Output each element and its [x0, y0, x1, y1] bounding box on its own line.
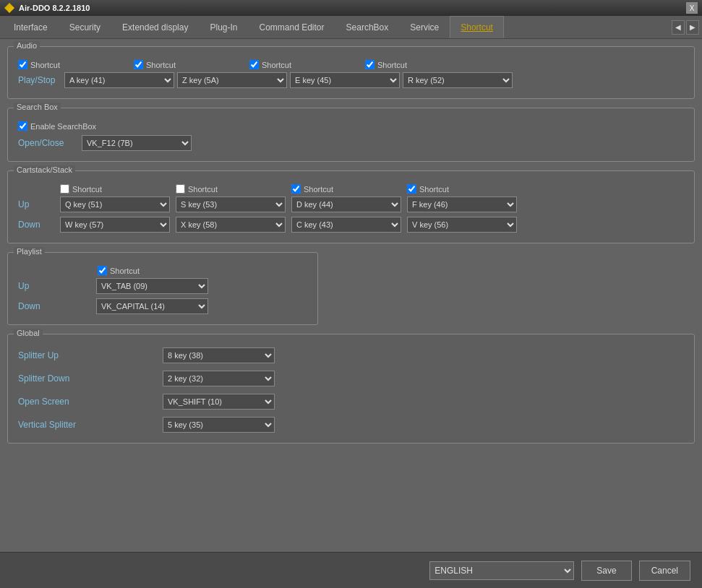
tab-service[interactable]: Service — [399, 16, 450, 38]
cartstack-down-sel-3[interactable]: C key (43) — [291, 217, 401, 233]
playlist-up-label: Up — [18, 281, 90, 291]
searchbox-section-title: Search Box — [14, 103, 61, 111]
bottom-bar: ENGLISH Save Cancel — [0, 552, 702, 588]
vertical-splitter-select[interactable]: 5 key (35) — [163, 417, 275, 433]
splitter-up-select[interactable]: 8 key (38) — [163, 347, 275, 363]
open-close-row: Open/Close VK_F12 (7B) — [18, 131, 684, 151]
tab-nav-next[interactable]: ▶ — [686, 20, 699, 35]
tab-nav: ◀ ▶ — [672, 16, 699, 38]
audio-shortcut-headers: Shortcut Shortcut Shortcut — [18, 60, 684, 69]
tab-security[interactable]: Security — [59, 16, 111, 38]
cartstack-down-row: Down W key (57) X key (58) C key (43) V … — [18, 217, 684, 233]
global-section: Global Splitter Up 8 key (38) Splitter D… — [7, 334, 695, 444]
cartstack-up-sel-2[interactable]: S key (53) — [176, 196, 286, 212]
cartstack-up-sel-4[interactable]: F key (46) — [407, 196, 517, 212]
cartstack-hdr-3: Shortcut — [291, 184, 401, 194]
audio-group-4: Shortcut — [365, 60, 475, 69]
play-stop-row: Play/Stop A key (41) Z key (5A) E key — [18, 72, 684, 88]
playlist-shortcut-checkbox[interactable] — [98, 266, 107, 275]
audio-shortcut-4-label[interactable]: Shortcut — [365, 60, 475, 69]
audio-group-1: Shortcut — [18, 60, 128, 69]
playlist-down-row: Down VK_CAPITAL (14) — [18, 298, 307, 314]
audio-shortcut-2-label[interactable]: Shortcut — [134, 60, 244, 69]
tab-extended-display[interactable]: Extended display — [111, 16, 199, 38]
cartstack-headers: Shortcut Shortcut Shortcut — [18, 184, 684, 194]
app-icon — [4, 3, 14, 13]
audio-group-3: Shortcut — [249, 60, 359, 69]
cartstack-up-sel-3[interactable]: D key (44) — [291, 196, 401, 212]
audio-section-title: Audio — [14, 41, 40, 50]
title-text: Air-DDO 8.2.2.1810 — [19, 4, 90, 12]
searchbox-section: Search Box Enable SearchBox Open/Close V… — [7, 108, 695, 162]
audio-shortcut-2-checkbox[interactable] — [134, 60, 143, 69]
audio-shortcut-3-label[interactable]: Shortcut — [249, 60, 359, 69]
title-bar: Air-DDO 8.2.2.1810 X — [0, 0, 702, 16]
playlist-header: Shortcut — [18, 266, 307, 275]
audio-shortcut-4-checkbox[interactable] — [365, 60, 374, 69]
cartstack-content: Shortcut Shortcut Shortcut — [18, 184, 684, 233]
playlist-down-select[interactable]: VK_CAPITAL (14) — [96, 298, 208, 314]
audio-group-2: Shortcut — [134, 60, 244, 69]
audio-dropdown-1: A key (41) — [64, 72, 174, 88]
play-stop-label: Play/Stop — [18, 75, 61, 85]
playlist-section-title: Playlist — [14, 247, 45, 256]
cartstack-cb-4[interactable] — [407, 184, 416, 194]
splitter-up-label: Splitter Up — [18, 350, 163, 360]
cartstack-hdr-4: Shortcut — [407, 184, 517, 194]
tab-command-editor[interactable]: Command Editor — [249, 16, 335, 38]
cartstack-section-title: Cartstack/Stack — [14, 165, 75, 174]
audio-shortcut-1-label[interactable]: Shortcut — [18, 60, 128, 69]
open-screen-select[interactable]: VK_SHIFT (10) — [163, 394, 275, 410]
enable-searchbox-checkbox[interactable] — [18, 121, 27, 131]
audio-shortcut-1-checkbox[interactable] — [18, 60, 27, 69]
cartstack-hdr-1: Shortcut — [60, 184, 170, 194]
main-container: Interface Security Extended display Plug… — [0, 16, 702, 588]
audio-dropdown-3: E key (45) — [290, 72, 400, 88]
playlist-down-label: Down — [18, 301, 90, 311]
cancel-button[interactable]: Cancel — [639, 561, 690, 581]
cartstack-down-sel-2[interactable]: X key (58) — [176, 217, 286, 233]
audio-dropdown-4: R key (52) — [403, 72, 513, 88]
tab-searchbox[interactable]: SearchBox — [335, 16, 400, 38]
playlist-up-select[interactable]: VK_TAB (09) — [96, 278, 208, 294]
playlist-up-row: Up VK_TAB (09) — [18, 278, 307, 294]
cartstack-cb-2[interactable] — [176, 184, 185, 194]
language-select[interactable]: ENGLISH — [429, 561, 574, 580]
global-grid: Splitter Up 8 key (38) Splitter Down 2 k… — [18, 342, 684, 433]
save-button[interactable]: Save — [581, 561, 631, 581]
audio-dropdown-2: Z key (5A) — [177, 72, 287, 88]
enable-searchbox-label[interactable]: Enable SearchBox — [18, 121, 684, 131]
vertical-splitter-label: Vertical Splitter — [18, 420, 163, 430]
cartstack-up-label: Up — [18, 199, 54, 209]
cartstack-down-sel-4[interactable]: V key (56) — [407, 217, 517, 233]
content-area: Audio Shortcut Shortcut — [0, 39, 702, 552]
cartstack-down-sel-1[interactable]: W key (57) — [60, 217, 170, 233]
close-button[interactable]: X — [686, 2, 698, 14]
splitter-down-label: Splitter Down — [18, 373, 163, 384]
splitter-down-select[interactable]: 2 key (32) — [163, 371, 275, 386]
tab-nav-prev[interactable]: ◀ — [672, 20, 685, 35]
playlist-content: Shortcut Up VK_TAB (09) Down — [18, 266, 307, 314]
tab-shortcut[interactable]: Shortcut — [450, 16, 504, 38]
open-close-select[interactable]: VK_F12 (7B) — [82, 135, 192, 151]
playlist-section: Playlist Shortcut Up VK_TAB (09) — [7, 252, 318, 325]
audio-key-select-4[interactable]: R key (52) — [403, 72, 513, 88]
tabs-bar: Interface Security Extended display Plug… — [0, 16, 702, 39]
cartstack-up-row: Up Q key (51) S key (53) D key (44) F ke… — [18, 196, 684, 212]
open-close-dropdown: VK_F12 (7B) — [82, 135, 192, 151]
audio-key-select-3[interactable]: E key (45) — [290, 72, 400, 88]
cartstack-up-sel-1[interactable]: Q key (51) — [60, 196, 170, 212]
cartstack-cb-1[interactable] — [60, 184, 69, 194]
tab-plug-in[interactable]: Plug-In — [199, 16, 248, 38]
cartstack-cb-3[interactable] — [291, 184, 301, 194]
cartstack-section: Cartstack/Stack Shortcut Shortcut — [7, 170, 695, 243]
open-screen-label: Open Screen — [18, 397, 163, 407]
global-section-title: Global — [14, 329, 43, 337]
audio-section: Audio Shortcut Shortcut — [7, 46, 695, 99]
audio-key-select-2[interactable]: Z key (5A) — [177, 72, 287, 88]
open-close-label: Open/Close — [18, 138, 76, 148]
audio-key-select-1[interactable]: A key (41) — [64, 72, 174, 88]
tab-interface[interactable]: Interface — [3, 16, 59, 38]
audio-shortcut-3-checkbox[interactable] — [249, 60, 259, 69]
cartstack-down-label: Down — [18, 220, 54, 230]
